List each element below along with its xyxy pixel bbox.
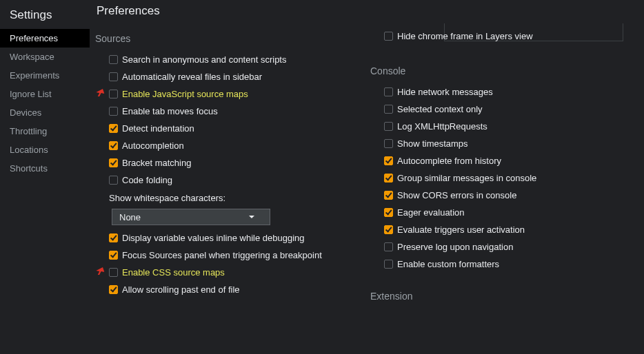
whitespace-label: Show whitespace characters:	[109, 189, 362, 206]
setting-label: Group similar messages in console	[397, 173, 536, 183]
sidebar-item-label: Devices	[10, 107, 41, 118]
sidebar: Settings PreferencesWorkspaceExperiments…	[0, 0, 90, 354]
left-column: SourcesSearch in anonymous and content s…	[94, 28, 369, 350]
setting-label: Enable JavaScript source maps	[122, 89, 248, 99]
checkbox[interactable]	[109, 233, 118, 242]
sources-item-6: Bracket matching	[109, 154, 362, 171]
sidebar-item-experiments[interactable]: Experiments	[0, 66, 90, 85]
whitespace-select-value: None	[119, 212, 141, 222]
sources-item-7: Code folding	[109, 171, 362, 189]
console-item-9: Preserve log upon navigation	[384, 238, 637, 256]
setting-label: Bracket matching	[122, 158, 191, 168]
checkbox[interactable]	[109, 90, 118, 98]
checkbox[interactable]	[109, 268, 118, 277]
sidebar-item-throttling[interactable]: Throttling	[0, 122, 90, 140]
checkbox[interactable]	[384, 174, 393, 183]
layers-item-hide-chrome-frame: Hide chrome frame in Layers view	[384, 28, 637, 45]
section-title-sources: Sources	[94, 29, 362, 51]
sidebar-item-preferences[interactable]: Preferences	[0, 29, 90, 48]
setting-label: Hide chrome frame in Layers view	[397, 31, 533, 41]
sidebar-item-shortcuts[interactable]: Shortcuts	[0, 159, 90, 178]
console-item-10: Enable custom formatters	[384, 256, 637, 273]
sources-item-5: Autocompletion	[109, 137, 362, 154]
setting-label: Show CORS errors in console	[397, 190, 516, 200]
sidebar-item-label: Workspace	[10, 52, 54, 62]
whitespace-select[interactable]: None	[112, 209, 270, 225]
console-item-6: Show CORS errors in console	[384, 187, 637, 204]
checkbox[interactable]	[384, 260, 393, 269]
checkbox[interactable]	[384, 242, 393, 251]
sources-item-2: Enable JavaScript source maps	[109, 85, 362, 103]
checkbox[interactable]	[109, 124, 118, 133]
console-group: Hide network messagesSelected context on…	[369, 83, 637, 273]
sources-item2-3: Allow scrolling past end of file	[109, 281, 362, 298]
setting-label: Log XMLHttpRequests	[397, 121, 487, 132]
section-title-extension: Extension	[369, 287, 637, 309]
sidebar-item-label: Throttling	[10, 126, 47, 136]
checkbox[interactable]	[384, 87, 393, 96]
main-panel: Preferences SourcesSearch in anonymous a…	[90, 0, 644, 354]
sources-item2-2: Enable CSS source maps	[109, 264, 362, 281]
sources-item2-1: Focus Sources panel when triggering a br…	[109, 247, 362, 264]
sidebar-item-locations[interactable]: Locations	[0, 140, 90, 159]
checkbox[interactable]	[384, 225, 393, 234]
checkbox[interactable]	[109, 141, 118, 150]
setting-label: Display variable values inline while deb…	[122, 233, 305, 243]
console-item-8: Evaluate triggers user activation	[384, 221, 637, 238]
setting-label: Focus Sources panel when triggering a br…	[122, 250, 322, 260]
checkbox[interactable]	[109, 107, 118, 116]
annotation-arrow-icon	[94, 87, 104, 98]
console-item-7: Eager evaluation	[384, 204, 637, 221]
setting-label: Code folding	[122, 175, 172, 185]
sources-group: Search in anonymous and content scriptsA…	[94, 51, 362, 298]
checkbox[interactable]	[384, 156, 393, 165]
console-item-2: Log XMLHttpRequests	[384, 118, 637, 135]
checkbox[interactable]	[384, 191, 393, 200]
sidebar-item-devices[interactable]: Devices	[0, 103, 90, 122]
checkbox[interactable]	[384, 105, 393, 114]
checkbox[interactable]	[109, 251, 118, 260]
setting-label: Enable CSS source maps	[122, 267, 225, 278]
setting-label: Hide network messages	[397, 87, 493, 97]
checkbox[interactable]	[384, 32, 393, 41]
setting-label: Preserve log upon navigation	[397, 242, 513, 252]
setting-label: Autocompletion	[122, 140, 184, 151]
setting-label: Detect indentation	[122, 123, 194, 134]
sidebar-item-label: Locations	[10, 145, 48, 155]
checkbox[interactable]	[384, 122, 393, 131]
checkbox[interactable]	[109, 55, 118, 64]
console-item-5: Group similar messages in console	[384, 169, 637, 187]
sources-item-1: Automatically reveal files in sidebar	[109, 68, 362, 85]
checkbox[interactable]	[109, 158, 118, 167]
chevron-down-icon	[249, 216, 254, 218]
sidebar-item-label: Ignore List	[10, 89, 52, 99]
checkbox[interactable]	[109, 72, 118, 81]
sidebar-item-ignore-list[interactable]: Ignore List	[0, 85, 90, 103]
sources-item-0: Search in anonymous and content scripts	[109, 51, 362, 68]
sources-item2-0: Display variable values inline while deb…	[109, 229, 362, 247]
sidebar-item-label: Preferences	[10, 33, 58, 43]
sidebar-title: Settings	[0, 4, 90, 29]
section-title-console: Console	[369, 61, 637, 83]
checkbox[interactable]	[384, 208, 393, 217]
setting-label: Allow scrolling past end of file	[122, 284, 240, 295]
setting-label: Evaluate triggers user activation	[397, 225, 525, 235]
checkbox[interactable]	[109, 176, 118, 185]
console-item-3: Show timestamps	[384, 135, 637, 152]
console-item-0: Hide network messages	[384, 83, 637, 101]
sources-item-3: Enable tab moves focus	[109, 103, 362, 120]
content: SourcesSearch in anonymous and content s…	[94, 28, 644, 350]
layers-group: Hide chrome frame in Layers view	[369, 28, 637, 45]
sources-item-4: Detect indentation	[109, 120, 362, 137]
sidebar-item-workspace[interactable]: Workspace	[0, 48, 90, 66]
setting-label: Selected context only	[397, 104, 483, 114]
setting-label: Enable custom formatters	[397, 259, 499, 269]
setting-label: Show timestamps	[397, 138, 468, 149]
console-item-1: Selected context only	[384, 101, 637, 118]
checkbox[interactable]	[109, 285, 118, 294]
settings-root: Settings PreferencesWorkspaceExperiments…	[0, 0, 644, 354]
sidebar-item-label: Shortcuts	[10, 163, 48, 174]
setting-label: Automatically reveal files in sidebar	[122, 72, 262, 82]
checkbox[interactable]	[384, 139, 393, 148]
setting-label: Enable tab moves focus	[122, 106, 218, 116]
